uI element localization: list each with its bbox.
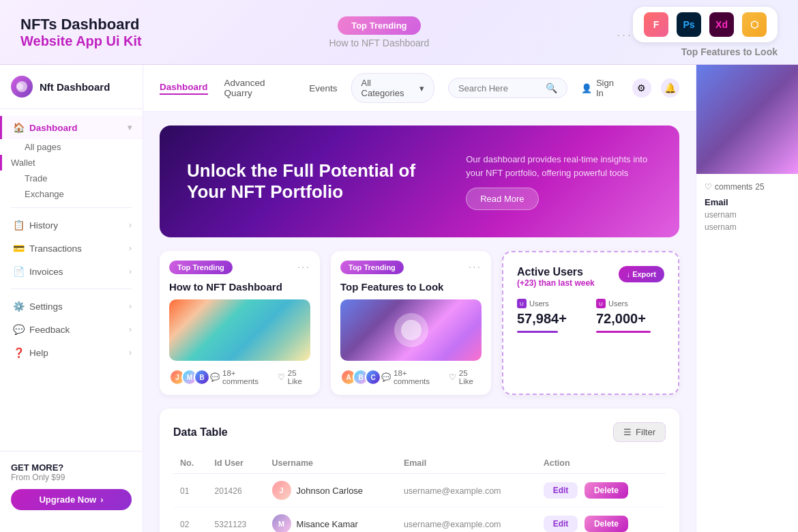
nav-divider-1	[11, 207, 132, 208]
au-header: Active Users (+23) than last week ↓ Expo…	[517, 266, 664, 288]
au-value-2: 72,000+	[596, 311, 664, 327]
sidebar-item-wallet[interactable]: Wallet	[0, 155, 143, 171]
sidebar-item-invoices[interactable]: 📄 Invoices ›	[0, 260, 143, 283]
comments-count-2: 18+ comments	[394, 369, 441, 385]
sign-in-label: Sign In	[596, 78, 623, 98]
search-input[interactable]	[458, 83, 540, 93]
au-stat-label-1: U Users	[517, 299, 585, 308]
comment-icon-1: 💬	[210, 372, 220, 382]
hero-banner: Unlock the Full Potential of Your NFT Po…	[160, 125, 679, 237]
sketch-icon: ⬡	[742, 12, 767, 37]
categories-dropdown[interactable]: All Categories ▾	[351, 73, 434, 103]
delete-button-0[interactable]: Delete	[585, 482, 628, 499]
rp-likes: 25	[755, 182, 764, 192]
nav-left-settings: ⚙️ Settings	[13, 301, 63, 312]
banner-dots: ...	[617, 25, 633, 40]
nav-link-advanced-quarry[interactable]: Advanced Quarry	[224, 78, 293, 98]
banner-title: NFTs Dashboard Website App Ui Kit	[20, 16, 142, 49]
rp-comments-stat: ♡ comments 25	[705, 182, 790, 192]
filter-icon: ☰	[623, 427, 632, 437]
sign-in-button[interactable]: 👤 Sign In	[581, 78, 623, 98]
au-stat-label-2: U Users	[596, 299, 664, 308]
col-email: Email	[397, 453, 537, 474]
search-bar[interactable]: 🔍	[448, 78, 567, 98]
edit-button-0[interactable]: Edit	[544, 482, 578, 499]
sidebar: Nft Dashboard 🏠 Dashboard ▾ All pages Wa…	[0, 65, 143, 532]
sidebar-item-trade[interactable]: Trade	[0, 171, 143, 186]
nav-link-events[interactable]: Events	[309, 83, 337, 93]
au-change-suffix: than last week	[539, 278, 595, 288]
main-content: Unlock the Full Potential of Your NFT Po…	[143, 112, 696, 532]
cards-row: Top Trending ··· How to NFT Dashboard J …	[160, 251, 679, 395]
sidebar-label-history: History	[29, 220, 58, 231]
table-title: Data Table	[173, 426, 228, 439]
sidebar-item-settings[interactable]: ⚙️ Settings ›	[0, 295, 143, 318]
nav-left-help: ❓ Help	[13, 347, 48, 358]
abstract-art-image	[169, 299, 310, 361]
categories-label: All Categories	[361, 78, 415, 98]
export-button[interactable]: ↓ Export	[619, 266, 664, 282]
upgrade-button[interactable]: Upgrade Now ›	[11, 489, 132, 510]
history-icon: 📋	[13, 220, 24, 231]
xd-icon: Xd	[709, 12, 734, 37]
settings-action-icon[interactable]: ⚙	[632, 78, 651, 98]
search-icon[interactable]: 🔍	[546, 83, 557, 93]
card-avatars-2: A B C	[340, 369, 381, 385]
users-icon-magenta: U	[596, 299, 606, 308]
help-icon: ❓	[13, 347, 24, 358]
top-trending-button[interactable]: Top Trending	[338, 16, 420, 35]
card-menu-icon-2[interactable]: ···	[469, 261, 482, 274]
sidebar-item-exchange[interactable]: Exchange	[0, 186, 143, 202]
sidebar-item-dashboard[interactable]: 🏠 Dashboard ▾	[0, 116, 143, 139]
nav-link-dashboard[interactable]: Dashboard	[160, 82, 208, 95]
figma-icon: F	[644, 12, 668, 37]
likes-stat-1: ♡ 25 Like	[278, 369, 310, 385]
chevron-right-icon-help: ›	[129, 348, 132, 357]
nav-left-feedback: 💬 Feedback	[13, 324, 70, 335]
chevron-right-icon-invoices: ›	[129, 267, 132, 276]
main-layout: Nft Dashboard 🏠 Dashboard ▾ All pages Wa…	[0, 65, 798, 532]
edit-button-1[interactable]: Edit	[544, 516, 578, 532]
top-nav: Dashboard Advanced Quarry Events All Cat…	[143, 65, 696, 112]
cell-username-1: Misance Kamar	[297, 519, 358, 529]
cell-email-0: username@example.com	[404, 486, 501, 496]
heart-icon-2: ♡	[449, 372, 456, 382]
au-title-block: Active Users (+23) than last week	[517, 266, 595, 288]
top-nav-links: Dashboard Advanced Quarry Events	[160, 78, 338, 98]
arrow-right-icon: ›	[100, 494, 103, 505]
nav-left-dashboard: 🏠 Dashboard	[13, 122, 78, 133]
banner-features-label: Top Features to Look	[681, 46, 778, 57]
hero-title: Unlock the Full Potential of Your NFT Po…	[187, 160, 443, 203]
card-avatars-1: J M B	[169, 369, 210, 385]
card-stats-2: 💬 18+ comments ♡ 25 Like	[381, 369, 482, 385]
invoices-icon: 📄	[13, 266, 24, 277]
sidebar-item-feedback[interactable]: 💬 Feedback ›	[0, 318, 143, 341]
transactions-icon: 💳	[13, 243, 24, 254]
sidebar-label-settings: Settings	[29, 301, 63, 312]
sidebar-item-all-pages[interactable]: All pages	[0, 139, 143, 155]
notification-icon[interactable]: 🔔	[661, 78, 679, 98]
filter-button[interactable]: ☰ Filter	[613, 422, 666, 442]
au-stats: U Users 57,984+ U Users 72,000+	[517, 299, 664, 333]
sidebar-upgrade: GET MORE? From Only $99 Upgrade Now ›	[0, 451, 143, 521]
au-stat-2: U Users 72,000+	[596, 299, 664, 333]
sidebar-logo: Nft Dashboard	[0, 76, 143, 109]
purple-art-image	[340, 299, 482, 361]
card-footer-1: J M B 💬 18+ comments ♡ 25 Like	[169, 369, 310, 385]
read-more-button[interactable]: Read More	[466, 188, 538, 210]
nft-card-1: Top Trending ··· How to NFT Dashboard J …	[160, 251, 320, 395]
app-icons-group: F Ps Xd ⬡	[633, 7, 778, 42]
sidebar-item-history[interactable]: 📋 History ›	[0, 213, 143, 237]
chevron-down-icon-categories: ▾	[419, 83, 424, 93]
upgrade-subtitle: From Only $99	[11, 473, 132, 482]
comment-icon-2: 💬	[381, 372, 391, 382]
sidebar-item-help[interactable]: ❓ Help ›	[0, 341, 143, 364]
comments-stat-2: 💬 18+ comments	[381, 369, 441, 385]
sidebar-item-transactions[interactable]: 💳 Transactions ›	[0, 237, 143, 260]
card-badge-2: Top Trending	[340, 261, 404, 274]
card-menu-icon-1[interactable]: ···	[297, 261, 310, 274]
logo-icon	[11, 76, 33, 98]
delete-button-1[interactable]: Delete	[585, 516, 628, 532]
user-cell-0: J Johnson Carlose	[272, 481, 390, 500]
nav-left-transactions: 💳 Transactions	[13, 243, 82, 254]
